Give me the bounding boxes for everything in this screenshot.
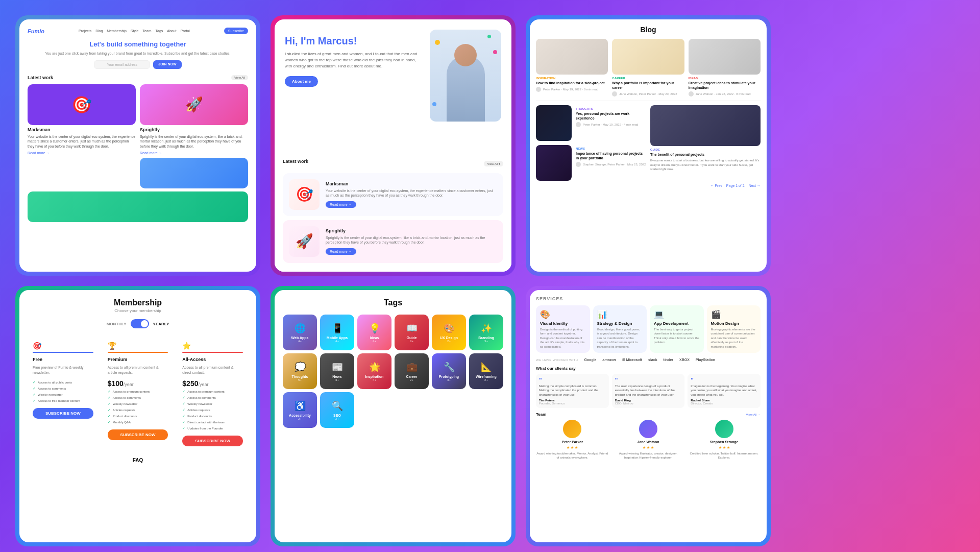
stephen-avatar <box>715 420 733 438</box>
prototyping-icon: 🔧 <box>444 362 455 373</box>
about-button[interactable]: About me <box>285 76 318 87</box>
stephen-name: Stephen Strange <box>710 440 739 444</box>
next-button[interactable]: Next → <box>749 184 761 187</box>
card-fumio: Fumio Projects Blog Membership Style Tea… <box>15 15 260 276</box>
blog-meta-2: Jane Watson, Peter Parker · May 23, 2022 <box>612 91 684 97</box>
portrait-photo <box>430 30 501 122</box>
tag-branding[interactable]: ✨ Branding 3+ <box>469 315 503 350</box>
blog-divider <box>536 101 761 101</box>
team-peter: Peter Parker ★ ★ ★ Award winning trouble… <box>536 420 609 460</box>
card-services: Services 🎨 Visual Identity Design is the… <box>526 286 771 546</box>
web-label: Web Apps <box>291 336 309 340</box>
free-feature-1: ✓ Access to all public posts <box>33 379 93 386</box>
hero-title: Let's build something together <box>28 40 248 49</box>
marksman-content: Marksman Your website is the center of y… <box>326 181 497 208</box>
tag-ux-design[interactable]: 🎨 UX Design 2+ <box>432 315 466 350</box>
marksman-read-more[interactable]: Read more → <box>28 151 136 155</box>
email-input[interactable]: Your email address <box>94 60 150 69</box>
blog-category-2: CAREER <box>612 77 684 80</box>
allaccess-feature-5: ✓ Product discounts <box>182 413 243 419</box>
allaccess-feature-3: ✓ Weekly newsletter <box>182 401 243 407</box>
billing-toggle[interactable] <box>131 319 149 328</box>
blog-author-4: Peter Parker · May 19, 2022 · 4 min read <box>583 123 638 126</box>
inspiration-count: 4+ <box>373 378 376 381</box>
sprightly-content: Sprightly Sprightly is the center of you… <box>326 228 497 255</box>
stephen-stars: ★ ★ ★ <box>719 446 730 450</box>
testimonial-3: " Imagination is the beginning. You imag… <box>688 374 761 408</box>
blog-post-4-container: THOUGHTS Yes, personal projects are work… <box>536 105 646 141</box>
tag-web-apps[interactable]: 🌐 Web Apps 4+ <box>283 315 317 350</box>
stephen-desc: Certified beer scholar. Twitter buff. In… <box>688 452 761 460</box>
tag-thoughts[interactable]: 💭 Thoughts 5+ <box>283 353 317 389</box>
team-jane: Jane Watson ★ ★ ★ Award-winning Illustra… <box>612 420 685 460</box>
work-item-marksman: 🎯 Marksman Your website is the center of… <box>28 84 136 188</box>
blog-row-1: INSPIRATION How to find inspiration for … <box>536 39 761 97</box>
tag-accessibility[interactable]: ♿ Accessibility 2+ <box>283 392 317 428</box>
prev-button[interactable]: ← Prev <box>710 184 722 187</box>
news-icon: 📰 <box>332 362 343 373</box>
blog-post-6-text: NEWS Importance of having personal proje… <box>576 145 646 181</box>
tag-prototyping[interactable]: 🔧 Prototyping 3+ <box>432 353 466 389</box>
mobile-count: 4+ <box>335 340 339 343</box>
decoration-dot-4 <box>487 35 491 38</box>
testimonials-title: What our clients say <box>536 366 761 371</box>
sprightly-read-more-btn[interactable]: Read more → <box>326 248 356 255</box>
tag-mobile-apps[interactable]: 📱 Mobile Apps 4+ <box>320 315 354 350</box>
ux-label: UX Design <box>440 336 458 340</box>
partner-google: Google <box>584 358 596 362</box>
sprightly-read-more[interactable]: Read more → <box>140 151 248 155</box>
premium-line <box>108 352 168 353</box>
premium-subscribe-button[interactable]: SUBSCRIBE NOW <box>108 429 168 440</box>
extra-thumbnail <box>140 158 248 188</box>
tag-wireframing[interactable]: 📐 Wireframing 2+ <box>469 353 503 389</box>
free-icon: 🎯 <box>33 342 93 350</box>
allaccess-subscribe-button[interactable]: SUBSCRIBE NOW <box>182 436 243 446</box>
allaccess-feature-7: ✓ Updates from the Founder <box>182 425 243 431</box>
blog-image-5 <box>650 105 761 146</box>
mobile-label: Mobile Apps <box>327 336 348 340</box>
tag-guide[interactable]: 📖 Guide 3+ <box>395 315 429 350</box>
testimonial-text-2: The user experience design of a product … <box>615 384 682 397</box>
thoughts-icon: 💭 <box>295 362 306 373</box>
team-section: Team View All → Peter Parker ★ ★ ★ Award… <box>536 412 761 460</box>
portfolio-view-all[interactable]: View All ▾ <box>484 161 503 166</box>
decoration-dot-2 <box>493 50 497 54</box>
blog-author-1: Peter Parker · May 19, 2022 · 6 min read <box>543 88 598 91</box>
team-view-all[interactable]: View All → <box>746 413 761 416</box>
tag-news[interactable]: 📰 News 3+ <box>320 353 354 389</box>
tag-seo[interactable]: 🔍 SEO 2+ <box>320 392 354 428</box>
service-strategy: 📊 Strategy & Design Good design, like a … <box>593 305 647 353</box>
author-avatar-4 <box>576 122 581 127</box>
services-section-title: Services <box>536 296 761 301</box>
partners-label: WE HAVE WORKED WITH <box>536 358 578 362</box>
subscribe-button[interactable]: Subscribe <box>224 28 248 34</box>
partners-section: WE HAVE WORKED WITH Google amazon ⊞ Micr… <box>536 358 761 362</box>
sprightly-name: Sprightly <box>326 228 497 233</box>
work-item-sprightly: 🚀 Sprightly Sprightly is the center of y… <box>140 84 248 188</box>
allaccess-line <box>182 352 243 353</box>
free-desc: Free preview of Fumio & weekly newslette… <box>33 365 93 375</box>
tag-career[interactable]: 💼 Career 2+ <box>395 353 429 389</box>
card-tags: Tags 🌐 Web Apps 4+ 📱 Mobile Apps 4+ 💡 Id… <box>271 286 516 546</box>
marksman-read-more-btn[interactable]: Read more → <box>326 201 356 208</box>
app-dev-desc: The best way to get a project done faste… <box>654 327 700 345</box>
view-all-button[interactable]: View All <box>231 75 248 80</box>
tags-grid: 🌐 Web Apps 4+ 📱 Mobile Apps 4+ 💡 Ideas 4… <box>283 315 503 428</box>
blog-category-5: GUIDE <box>650 148 761 151</box>
latest-work-title: Latest work <box>28 75 53 80</box>
blog-meta-6: Stephen Strange, Peter Parker · May 23, … <box>576 162 646 167</box>
blog-image-1 <box>536 39 608 75</box>
author-avatar-3 <box>689 91 694 97</box>
thoughts-label: Thoughts <box>292 375 308 378</box>
seo-icon: 🔍 <box>332 400 343 412</box>
blog-post-6-container: NEWS Importance of having personal proje… <box>536 145 646 181</box>
sprightly-title: Sprightly <box>140 127 248 132</box>
jane-desc: Award-winning Illustrator, creator, desi… <box>612 452 685 460</box>
tag-inspiration[interactable]: 🌟 Inspiration 4+ <box>357 353 391 389</box>
author-avatar-2 <box>612 91 617 97</box>
accessibility-label: Accessibility <box>289 414 311 417</box>
inspiration-icon: 🌟 <box>369 362 380 373</box>
join-button[interactable]: JOIN NOW <box>153 60 181 69</box>
free-subscribe-button[interactable]: SUBSCRIBE NOW <box>33 408 93 419</box>
tag-ideas[interactable]: 💡 Ideas 4+ <box>357 315 391 350</box>
